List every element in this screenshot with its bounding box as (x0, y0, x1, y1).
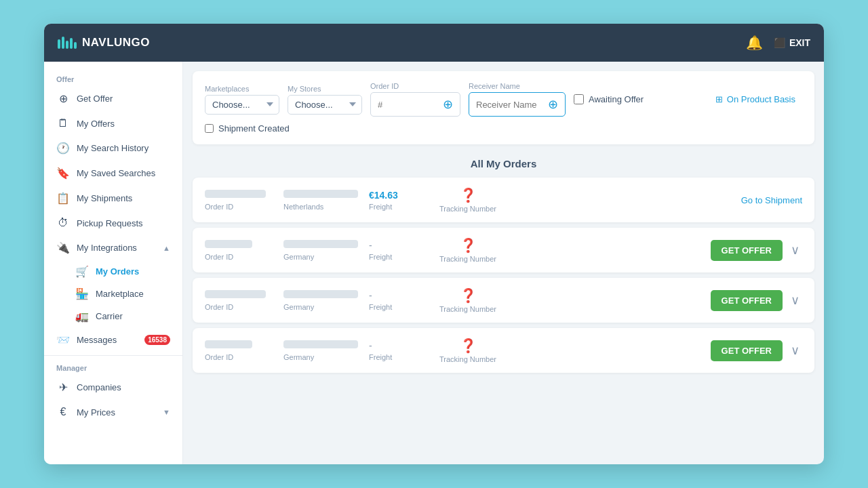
receiver-plus-icon[interactable]: ⊕ (548, 97, 558, 112)
logo-bar-2 (62, 37, 64, 49)
tracking-label: Tracking Number (439, 355, 496, 363)
awaiting-offer-check[interactable]: Awaiting Offer (574, 94, 644, 104)
sidebar-item-my-offers[interactable]: 🗒 My Offers (44, 111, 182, 136)
sidebar-item-label: Marketplace (96, 289, 144, 299)
on-product-icon: ⊞ (715, 94, 723, 104)
actions-col: GET OFFER ∨ (711, 340, 802, 361)
marketplace-icon: 🏪 (75, 287, 89, 300)
sidebar-item-label: Messages (77, 335, 117, 345)
price-col: - Freight (369, 340, 423, 361)
order-id-plus-icon[interactable]: ⊕ (443, 97, 453, 112)
marketplaces-select[interactable]: Choose... (205, 95, 279, 115)
expand-row-icon[interactable]: ∨ (788, 241, 802, 259)
shipment-created-checkbox[interactable] (205, 124, 214, 133)
question-icon[interactable]: ❓ (460, 237, 477, 253)
orders-section: All My Orders Order ID Netherlands €14.6… (193, 151, 814, 373)
country-label: Germany (283, 303, 358, 311)
order-id-field[interactable]: ⊕ (370, 92, 460, 117)
tracking-label: Tracking Number (439, 205, 496, 213)
main-layout: Offer ⊕ Get Offer 🗒 My Offers 🕐 My Searc… (44, 62, 824, 464)
receiver-name-input[interactable] (476, 100, 544, 110)
logo-bar-3 (66, 41, 68, 49)
freight-label: Freight (369, 253, 423, 261)
sidebar-item-saved-searches[interactable]: 🔖 My Saved Searches (44, 161, 182, 186)
sidebar-item-marketplace[interactable]: 🏪 Marketplace (68, 283, 182, 305)
awaiting-offer-label: Awaiting Offer (589, 94, 644, 104)
country-label: Germany (283, 253, 358, 261)
order-id-blurred (205, 190, 266, 198)
country-label: Netherlands (283, 203, 358, 211)
sidebar-item-label: Pickup Requests (77, 218, 143, 228)
logo-icon (58, 37, 77, 49)
expand-row-icon[interactable]: ∨ (788, 291, 802, 309)
get-offer-button[interactable]: GET OFFER (711, 340, 783, 361)
actions-col: GET OFFER ∨ (711, 290, 802, 311)
receiver-name-label: Receiver Name (469, 82, 566, 90)
shipment-created-check[interactable]: Shipment Created (205, 123, 290, 134)
section-title: All My Orders (193, 151, 814, 172)
my-prices-chevron: ▼ (163, 408, 170, 416)
on-product-basis-button[interactable]: ⊞ On Product Basis (709, 90, 802, 108)
price-col: - Freight (369, 240, 423, 261)
go-to-shipment-button[interactable]: Go to Shipment (741, 195, 802, 205)
order-id-col: Order ID (205, 290, 273, 311)
sidebar-item-label: My Orders (96, 266, 139, 277)
my-stores-select[interactable]: Choose... (288, 95, 362, 115)
country-blurred (283, 290, 358, 298)
tracking-col: ❓ Tracking Number (434, 287, 502, 313)
question-icon[interactable]: ❓ (460, 287, 477, 304)
country-label: Germany (283, 353, 358, 361)
integrations-icon: 🔌 (56, 241, 70, 254)
shipments-icon: 📋 (56, 192, 70, 205)
question-icon[interactable]: ❓ (460, 187, 477, 203)
sidebar-item-label: My Integrations (77, 243, 137, 253)
sidebar-item-search-history[interactable]: 🕐 My Search History (44, 136, 182, 161)
exit-button[interactable]: ⬛ EXIT (774, 37, 810, 48)
companies-icon: ✈ (56, 381, 70, 394)
order-id-label: Order ID (205, 303, 273, 311)
expand-row-icon[interactable]: ∨ (788, 342, 802, 359)
sidebar-item-companies[interactable]: ✈ Companies (44, 375, 182, 400)
order-id-label: Order ID (205, 353, 273, 361)
freight-label: Freight (369, 353, 423, 361)
order-id-group: Order ID ⊕ (370, 82, 460, 117)
sidebar-item-get-offer[interactable]: ⊕ Get Offer (44, 86, 182, 111)
sidebar-item-messages[interactable]: 📨 Messages 16538 (44, 327, 182, 352)
marketplaces-group: Marketplaces Choose... (205, 85, 279, 115)
get-offer-icon: ⊕ (56, 92, 70, 105)
sidebar-item-integrations[interactable]: 🔌 My Integrations ▲ (44, 235, 182, 260)
sidebar-item-my-prices[interactable]: € My Prices ▼ (44, 400, 182, 424)
sidebar-divider (44, 355, 182, 356)
bell-icon[interactable]: 🔔 (746, 35, 763, 51)
tracking-col: ❓ Tracking Number (434, 338, 502, 363)
question-icon[interactable]: ❓ (460, 338, 477, 354)
price-value: €14.63 (369, 190, 423, 201)
my-orders-icon: 🛒 (75, 265, 89, 278)
messages-badge: 16538 (144, 335, 170, 345)
country-blurred (283, 340, 358, 348)
order-row: Order ID Germany - Freight ❓ Tracking Nu… (193, 278, 814, 323)
header-actions: 🔔 ⬛ EXIT (746, 35, 810, 51)
order-id-label: Order ID (205, 203, 273, 211)
freight-label: Freight (369, 203, 423, 211)
awaiting-offer-checkbox[interactable] (574, 94, 584, 104)
country-blurred (283, 190, 358, 198)
sidebar-item-shipments[interactable]: 📋 My Shipments (44, 186, 182, 211)
my-stores-group: My Stores Choose... (288, 85, 362, 115)
pickup-icon: ⏱ (56, 217, 70, 229)
sidebar-item-my-orders[interactable]: 🛒 My Orders (68, 260, 182, 283)
sidebar-item-carrier[interactable]: 🚛 Carrier (68, 305, 182, 327)
logo-text: NAVLUNGO (82, 36, 150, 49)
order-id-input[interactable] (378, 100, 439, 110)
filter-row-1: Marketplaces Choose... My Stores Choose.… (205, 82, 802, 117)
order-id-blurred (205, 340, 252, 348)
sidebar-item-label: My Shipments (77, 193, 132, 203)
receiver-name-group: Receiver Name ⊕ (469, 82, 566, 117)
get-offer-button[interactable]: GET OFFER (711, 240, 783, 261)
search-history-icon: 🕐 (56, 142, 70, 155)
get-offer-button[interactable]: GET OFFER (711, 290, 783, 311)
receiver-name-field[interactable]: ⊕ (469, 92, 566, 117)
tracking-label: Tracking Number (439, 305, 496, 313)
sidebar-item-pickup[interactable]: ⏱ Pickup Requests (44, 211, 182, 235)
integrations-chevron: ▲ (163, 244, 170, 252)
